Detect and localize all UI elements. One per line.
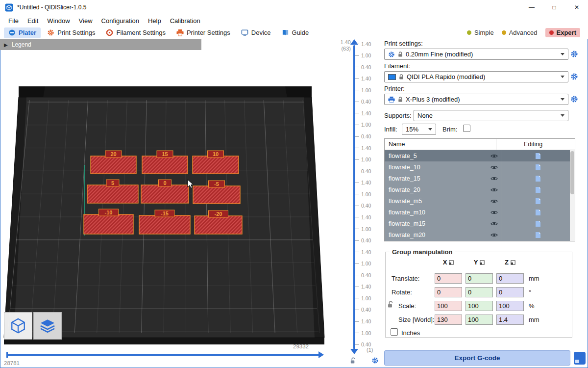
rotate-z-input[interactable] (496, 287, 524, 297)
object-row[interactable]: flowrate_10 (385, 161, 575, 173)
advanced-dot-icon (502, 30, 506, 35)
list-scrollbar[interactable] (570, 150, 575, 241)
editing-icon[interactable] (501, 184, 575, 195)
brim-checkbox[interactable] (463, 125, 470, 132)
printer-combo[interactable]: X-Plus 3 (modified) (384, 94, 568, 105)
tab-guide[interactable]: Guide (277, 27, 314, 38)
world-coordinates-icon[interactable] (511, 260, 515, 265)
eye-icon[interactable] (487, 221, 501, 226)
mode-simple[interactable]: Simple (467, 29, 494, 36)
editing-icon[interactable] (501, 150, 575, 161)
scale-z-input[interactable] (496, 301, 524, 311)
mode-advanced[interactable]: Advanced (502, 29, 538, 36)
send-to-printer-button[interactable] (573, 351, 586, 365)
export-gcode-button[interactable]: Export G-code (384, 350, 570, 366)
view-layers-button[interactable] (33, 312, 62, 340)
window-title: *Untitled - QIDISlicer-1.0.5 (17, 4, 86, 11)
tab-device[interactable]: Device (237, 27, 275, 38)
scale-x-input[interactable] (435, 301, 462, 311)
eye-icon[interactable] (487, 154, 501, 158)
layer-slider-bottom-handle[interactable] (350, 349, 358, 354)
menu-item-window[interactable]: Window (43, 16, 74, 26)
slider-lock-icon[interactable] (350, 357, 356, 365)
object-row[interactable]: flowrate_m15 (385, 218, 575, 229)
axis-x-label: X (443, 259, 447, 266)
menu-item-edit[interactable]: Edit (23, 16, 43, 26)
tab-printer-settings[interactable]: Printer Settings (172, 27, 235, 38)
editing-icon[interactable] (501, 207, 575, 218)
axis-z-label: Z (505, 259, 509, 266)
filament-gear-button[interactable] (570, 73, 578, 80)
eye-icon[interactable] (487, 199, 501, 204)
h-slider-track[interactable] (7, 354, 318, 356)
lock-icon (399, 74, 404, 80)
object-list-body: flowrate_5flowrate_10flowrate_15flowrate… (385, 150, 575, 241)
svg-text:20: 20 (110, 151, 116, 157)
tab-plater[interactable]: Plater (4, 27, 41, 38)
layer-tick: 1.00 (355, 226, 371, 232)
mode-expert[interactable]: Expert (545, 28, 580, 37)
size-y-input[interactable] (466, 315, 493, 325)
editing-icon[interactable] (501, 161, 575, 173)
inches-checkbox[interactable] (391, 328, 398, 336)
uniform-scale-lock-icon[interactable] (387, 301, 394, 309)
legend-expand-arrow-icon[interactable]: ▶ (4, 42, 8, 48)
rotate-y-input[interactable] (466, 287, 493, 297)
minimize-button[interactable]: — (520, 0, 543, 15)
translate-z-input[interactable] (496, 273, 524, 284)
infill-value: 15% (406, 126, 418, 133)
tab-label: Printer Settings (187, 29, 230, 36)
scrollbar-thumb[interactable] (570, 151, 574, 194)
print-settings-gear-button[interactable] (570, 50, 578, 58)
supports-combo[interactable]: None (414, 110, 568, 121)
filament-combo[interactable]: QIDI PLA Rapido (modified) (384, 71, 568, 82)
object-row[interactable]: flowrate_m5 (385, 195, 575, 207)
object-name: flowrate_m15 (385, 220, 487, 227)
object-row[interactable]: flowrate_m10 (385, 207, 575, 218)
editing-icon[interactable] (501, 218, 575, 229)
eye-icon[interactable] (487, 176, 501, 181)
tab-filament-settings[interactable]: Filament Settings (101, 27, 170, 38)
infill-combo[interactable]: 15% (402, 124, 436, 135)
legend-bar[interactable]: ▶ Legend (0, 39, 201, 50)
editing-icon[interactable] (501, 173, 575, 184)
translate-y-input[interactable] (466, 273, 493, 284)
eye-icon[interactable] (487, 187, 501, 192)
menu-item-calibration[interactable]: Calibration (166, 16, 205, 26)
slider-gear-icon[interactable] (371, 357, 379, 364)
object-row[interactable]: flowrate_15 (385, 173, 575, 184)
world-coordinates-icon[interactable] (449, 260, 454, 265)
object-row[interactable]: flowrate_5 (385, 150, 575, 161)
rotate-x-input[interactable] (435, 287, 462, 297)
menu-item-configuration[interactable]: Configuration (97, 16, 144, 26)
scale-y-input[interactable] (466, 301, 493, 311)
axis-y-label: Y (474, 259, 478, 266)
view-3d-button[interactable] (4, 312, 32, 340)
menu-item-file[interactable]: File (4, 16, 23, 26)
object-row[interactable]: flowrate_20 (385, 184, 575, 195)
size-x-input[interactable] (435, 315, 462, 325)
print-settings-combo[interactable]: 0.20mm Fine (modified) (384, 49, 568, 60)
tab-print-settings[interactable]: Print Settings (43, 27, 99, 38)
size-z-input[interactable] (496, 315, 524, 325)
tab-label: Guide (292, 29, 309, 36)
column-name: Name (385, 141, 496, 148)
editing-icon[interactable] (501, 195, 575, 207)
eye-icon[interactable] (487, 210, 501, 215)
eye-icon[interactable] (487, 165, 501, 170)
eye-icon[interactable] (487, 233, 501, 237)
printer-icon (388, 96, 395, 103)
h-slider-arrow-icon[interactable] (318, 351, 324, 358)
object-row[interactable]: flowrate_m20 (385, 229, 575, 240)
close-button[interactable]: ✕ (565, 0, 588, 15)
object-name: flowrate_10 (385, 164, 487, 171)
translate-x-input[interactable] (435, 273, 462, 284)
menu-item-view[interactable]: View (74, 16, 97, 26)
printer-gear-button[interactable] (570, 95, 578, 103)
world-coordinates-icon[interactable] (480, 260, 485, 265)
layer-tick: 0.40 (355, 342, 371, 347)
gear-icon (47, 29, 54, 36)
editing-icon[interactable] (501, 229, 575, 240)
menu-item-help[interactable]: Help (144, 16, 166, 26)
maximize-button[interactable]: □ (543, 0, 565, 15)
